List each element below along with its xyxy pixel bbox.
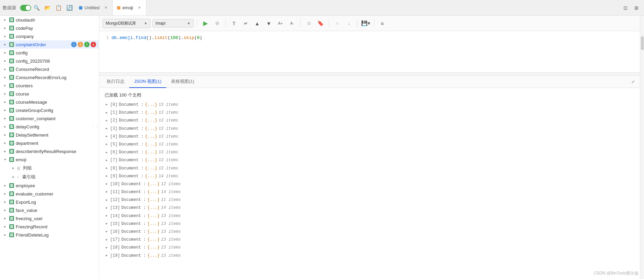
sidebar-sub-indexes[interactable]: ►○索引组 xyxy=(0,173,99,181)
wrap-icon[interactable]: ⇌ xyxy=(241,18,250,28)
sidebar-item-DelaySettlement[interactable]: ►DelaySettlement xyxy=(0,131,99,139)
sort-up-icon[interactable]: ▲ xyxy=(252,18,262,28)
doc-expand-icon[interactable]: ► xyxy=(105,143,109,147)
code-content-1[interactable]: db.emoji.find().limit(100).skip(0) xyxy=(111,35,202,40)
sidebar-item-describeVerifyResultResponse[interactable]: ►describeVerifyResultResponse xyxy=(0,147,99,155)
star-icon[interactable]: ☆ xyxy=(304,18,314,28)
doc-items-count: 13 items xyxy=(161,221,181,227)
sidebar-item-createGroupConfig[interactable]: ►createGroupConfig xyxy=(0,106,99,114)
tab-untitled[interactable]: Untitled ✕ xyxy=(75,0,113,15)
doc-expand-icon[interactable]: ► xyxy=(105,119,109,123)
export-icon[interactable]: ↑ xyxy=(332,18,342,28)
db-selector[interactable]: MongoDB测试库 ▼ xyxy=(103,19,150,28)
maximize-icon[interactable]: ⊞ xyxy=(632,3,641,13)
doc-expand-icon[interactable]: ► xyxy=(105,214,109,218)
doc-brace-label: {...} xyxy=(147,213,160,219)
font-up-icon[interactable]: A+ xyxy=(276,18,285,28)
document-row: ►[1] Document : {...} 13 items xyxy=(105,109,634,117)
tab-execution-log[interactable]: 执行日志 xyxy=(102,76,129,88)
search-icon[interactable]: 🔍 xyxy=(32,4,41,12)
run-button[interactable]: ▶ xyxy=(201,18,210,28)
sidebar-item-face_value[interactable]: ►face_value xyxy=(0,206,99,214)
doc-expand-icon[interactable]: ► xyxy=(105,127,109,131)
toggle-switch[interactable] xyxy=(20,5,31,11)
doc-expand-icon[interactable]: ► xyxy=(105,151,109,155)
code-method-find: find xyxy=(135,35,146,40)
sidebar-item-emoji[interactable]: ▼emoji xyxy=(0,155,99,164)
doc-expand-icon[interactable]: ► xyxy=(105,135,109,139)
sidebar-item-counters[interactable]: ►counters xyxy=(0,81,99,90)
expand-results-button[interactable]: ⤢ xyxy=(629,78,637,86)
doc-expand-icon[interactable]: ► xyxy=(105,158,109,163)
doc-expand-icon[interactable]: ► xyxy=(105,246,109,250)
stop-button[interactable]: ⊗ xyxy=(212,18,222,28)
sidebar-item-FreezingRecord[interactable]: ►FreezingRecord xyxy=(0,223,99,231)
doc-expand-icon[interactable]: ► xyxy=(105,230,109,234)
doc-expand-icon[interactable]: ► xyxy=(105,254,109,258)
sidebar-item-courseMessage[interactable]: ►courseMessage xyxy=(0,98,99,106)
doc-expand-icon[interactable]: ► xyxy=(105,111,109,115)
sidebar-item-ExportLog[interactable]: ►ExportLog xyxy=(0,198,99,206)
sidebar-item-complaintOrder[interactable]: ►complaintOrderiiix xyxy=(0,40,99,49)
resize-handle[interactable]: · · · · xyxy=(99,72,640,76)
doc-expand-icon[interactable]: ► xyxy=(105,222,109,226)
collection-icon xyxy=(9,17,14,23)
sidebar-item-FriendDeleteLog[interactable]: ►FriendDeleteLog xyxy=(0,231,99,239)
tab-untitled-close[interactable]: ✕ xyxy=(103,5,108,11)
sidebar-item-codePay[interactable]: ►codePay xyxy=(0,24,99,32)
import-icon[interactable]: ↓ xyxy=(344,18,354,28)
tab-json-view[interactable]: JSON 视图(1) xyxy=(129,76,166,88)
sidebar-item-delayConfig[interactable]: ►delayConfig⋮⋮ xyxy=(0,123,99,131)
code-dot-3: . xyxy=(152,35,154,40)
doc-expand-icon[interactable]: ► xyxy=(105,198,109,202)
collection-name-label: ExportLog xyxy=(16,200,96,205)
code-paren-2: ( xyxy=(168,35,170,40)
chevron-icon: ► xyxy=(3,50,8,55)
doc-expand-icon[interactable]: ► xyxy=(105,103,109,107)
doc-index-label: [8] xyxy=(110,165,118,172)
sidebar-item-company[interactable]: ►company xyxy=(0,32,99,40)
document-list: ►[0] Document : {...} 13 items►[1] Docum… xyxy=(105,101,634,260)
sidebar-item-cloudauth[interactable]: ►cloudauth xyxy=(0,16,99,24)
sidebar-item-evaluate_customer[interactable]: ►evaluate_customer xyxy=(0,190,99,198)
collection-name-label: emoji xyxy=(16,157,96,162)
refresh-icon[interactable]: 🔄 xyxy=(65,4,74,12)
folder-open-icon[interactable]: 📂 xyxy=(43,4,52,12)
collection-name-label: customer_complaint xyxy=(16,116,96,121)
sidebar-item-employee[interactable]: ►employee xyxy=(0,181,99,190)
sidebar-item-department[interactable]: ►department xyxy=(0,139,99,147)
right-scrollbar[interactable] xyxy=(640,16,644,279)
minimize-icon[interactable]: ⊡ xyxy=(621,3,630,13)
doc-expand-icon[interactable]: ► xyxy=(105,238,109,242)
sidebar-item-course[interactable]: ►course xyxy=(0,90,99,98)
doc-expand-icon[interactable]: ► xyxy=(105,174,109,178)
console-icon[interactable]: ≡ xyxy=(378,18,387,28)
doc-expand-icon[interactable]: ► xyxy=(105,166,109,170)
tab-table-view[interactable]: 表格视图(1) xyxy=(166,76,199,88)
tab-emoji-close[interactable]: ✕ xyxy=(136,5,142,11)
sidebar-item-customer_complaint[interactable]: ►customer_complaint xyxy=(0,114,99,123)
sidebar-item-config_20220708[interactable]: ►config_20220708 xyxy=(0,57,99,65)
sort-down-icon[interactable]: ▼ xyxy=(264,18,274,28)
font-down-icon[interactable]: A- xyxy=(287,18,297,28)
doc-index-label: [1] xyxy=(110,110,118,116)
sidebar-item-config[interactable]: ►config xyxy=(0,49,99,57)
tab-emoji-label: emoji xyxy=(122,5,133,10)
save-dropdown-button[interactable]: 💾▾ xyxy=(361,18,370,28)
format-icon[interactable]: T xyxy=(229,18,239,28)
sidebar-item-ConsumeRecordErrorLog[interactable]: ►ConsumeRecordErrorLog xyxy=(0,73,99,81)
sidebar-sub-columns[interactable]: ►|||列组 xyxy=(0,164,99,173)
doc-expand-icon[interactable]: ► xyxy=(105,190,109,194)
doc-type-label: Document : xyxy=(121,197,146,203)
tab-emoji[interactable]: emoji ✕ xyxy=(113,0,146,15)
badge-0: i xyxy=(71,42,77,47)
collection-selector[interactable]: lmapi ▼ xyxy=(153,19,194,27)
doc-expand-icon[interactable]: ► xyxy=(105,206,109,210)
doc-expand-icon[interactable]: ► xyxy=(105,182,109,186)
document-row: ►[3] Document : {...} 13 items xyxy=(105,125,634,133)
sidebar-item-freezing_user[interactable]: ►freezing_user xyxy=(0,214,99,223)
sidebar-item-ConsumeRecord[interactable]: ►ConsumeRecord xyxy=(0,65,99,73)
copy-icon[interactable]: 📋 xyxy=(54,4,63,12)
bookmark-icon[interactable]: 🔖 xyxy=(316,18,325,28)
drag-handle-icon[interactable]: ⋮⋮ xyxy=(91,125,99,129)
